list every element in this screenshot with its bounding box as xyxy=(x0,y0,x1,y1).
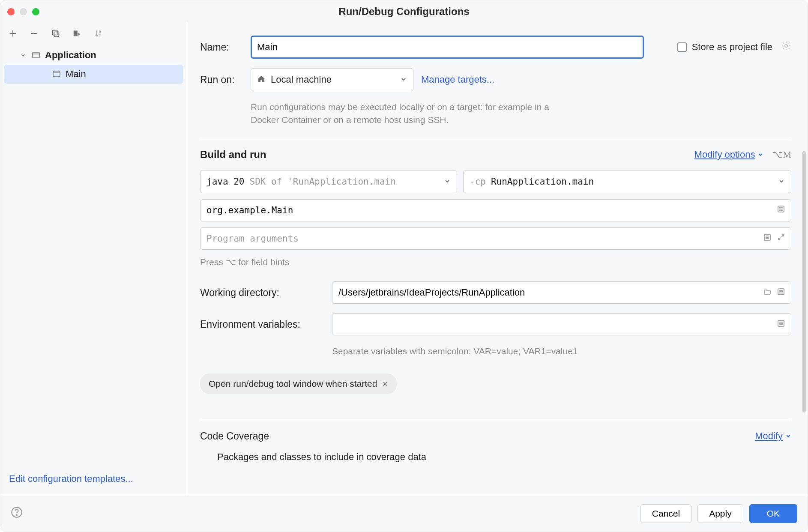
env-vars-label: Environment variables: xyxy=(200,319,324,330)
tree-node-main[interactable]: Main xyxy=(4,65,183,84)
tree-label-application: Application xyxy=(45,50,96,61)
svg-rect-4 xyxy=(53,30,57,35)
jdk-desc: SDK of 'RunApplication.main xyxy=(250,176,396,187)
run-on-label: Run on: xyxy=(200,74,243,86)
minimize-window-button[interactable] xyxy=(20,8,27,15)
window-controls xyxy=(7,8,39,15)
modify-options-label: Modify options xyxy=(694,149,755,160)
main-class-field[interactable] xyxy=(200,199,791,221)
program-args-input[interactable] xyxy=(206,233,760,244)
config-tree: Application Main xyxy=(0,42,187,466)
scrollbar[interactable] xyxy=(802,151,806,412)
tree-node-application[interactable]: Application xyxy=(4,46,183,65)
run-debug-config-window: Run/Debug Configurations az xyxy=(0,0,808,532)
build-run-title: Build and run xyxy=(200,149,266,161)
env-vars-field[interactable] xyxy=(332,313,791,335)
separator xyxy=(200,420,791,420)
list-icon[interactable] xyxy=(777,288,785,298)
chevron-down-icon xyxy=(757,149,763,160)
open-tool-window-chip[interactable]: Open run/debug tool window when started xyxy=(200,374,397,394)
jdk-value: java 20 xyxy=(206,176,245,187)
classpath-select[interactable]: -cp RunApplication.main xyxy=(463,170,791,193)
run-on-hint: Run configurations may be executed local… xyxy=(251,101,551,127)
chevron-down-icon xyxy=(400,75,407,85)
sort-alpha-button[interactable]: az xyxy=(93,28,104,39)
store-as-project-checkbox[interactable] xyxy=(677,42,687,52)
manage-targets-link[interactable]: Manage targets... xyxy=(421,74,494,85)
working-dir-label: Working directory: xyxy=(200,287,324,299)
name-input-field[interactable] xyxy=(257,42,637,53)
tree-label-main: Main xyxy=(66,69,86,80)
folder-icon[interactable] xyxy=(763,288,771,298)
run-on-value: Local machine xyxy=(271,74,332,85)
coverage-desc: Packages and classes to include in cover… xyxy=(217,451,791,470)
name-input[interactable] xyxy=(251,36,644,59)
config-form: Name: Store as project file Run on: xyxy=(187,23,808,495)
modify-options-link[interactable]: Modify options xyxy=(694,149,764,160)
jdk-select[interactable]: java 20 SDK of 'RunApplication.main xyxy=(200,170,457,193)
separator xyxy=(200,138,791,138)
store-as-project-label: Store as project file xyxy=(692,42,772,53)
cancel-button[interactable]: Cancel xyxy=(640,504,691,523)
svg-text:z: z xyxy=(99,33,101,37)
add-config-button[interactable] xyxy=(7,28,18,39)
application-icon xyxy=(52,69,61,79)
close-icon[interactable] xyxy=(382,379,388,389)
svg-point-33 xyxy=(16,514,17,515)
edit-templates-link[interactable]: Edit configuration templates... xyxy=(9,473,133,484)
list-icon[interactable] xyxy=(777,320,785,329)
svg-rect-9 xyxy=(53,71,60,77)
config-sidebar: az Application Main xyxy=(0,23,187,495)
chevron-down-icon xyxy=(778,176,785,187)
remove-config-button[interactable] xyxy=(29,28,40,39)
svg-point-11 xyxy=(785,45,787,47)
svg-text:a: a xyxy=(99,30,101,33)
home-icon xyxy=(257,75,266,85)
chip-label: Open run/debug tool window when started xyxy=(209,379,377,389)
env-hint: Separate variables with semicolon: VAR=v… xyxy=(332,345,791,358)
coverage-title: Code Coverage xyxy=(200,430,269,442)
modify-options-shortcut: ⌥M xyxy=(772,149,791,160)
working-dir-field[interactable] xyxy=(332,281,791,304)
chevron-down-icon xyxy=(19,51,27,59)
main-class-input[interactable] xyxy=(206,205,774,215)
maximize-window-button[interactable] xyxy=(32,8,39,15)
expand-icon[interactable] xyxy=(777,233,785,243)
apply-button[interactable]: Apply xyxy=(697,504,743,523)
cp-flag: -cp xyxy=(470,176,486,187)
coverage-modify-link[interactable]: Modify xyxy=(755,430,791,442)
run-on-select[interactable]: Local machine xyxy=(251,68,413,91)
copy-config-button[interactable] xyxy=(50,28,61,39)
program-args-field[interactable] xyxy=(200,227,791,250)
coverage-modify-label: Modify xyxy=(755,430,783,442)
window-title: Run/Debug Configurations xyxy=(338,6,469,18)
svg-rect-3 xyxy=(54,32,59,36)
cp-value: RunApplication.main xyxy=(491,176,594,187)
env-vars-input[interactable] xyxy=(338,319,774,330)
dialog-footer: Cancel Apply OK xyxy=(0,495,808,532)
close-window-button[interactable] xyxy=(7,8,15,15)
svg-rect-7 xyxy=(33,52,39,58)
list-icon[interactable] xyxy=(777,205,785,215)
name-label: Name: xyxy=(200,42,243,53)
working-dir-input[interactable] xyxy=(338,287,760,298)
sidebar-toolbar: az xyxy=(0,23,187,42)
save-template-button[interactable] xyxy=(72,28,83,39)
ok-button[interactable]: OK xyxy=(749,504,797,523)
chevron-down-icon xyxy=(444,176,451,187)
application-icon xyxy=(31,51,41,60)
titlebar: Run/Debug Configurations xyxy=(0,0,808,23)
field-hints-text: Press ⌥ for field hints xyxy=(200,256,791,269)
list-icon[interactable] xyxy=(763,233,771,243)
help-button[interactable] xyxy=(11,506,23,520)
gear-icon[interactable] xyxy=(781,41,791,54)
chevron-down-icon xyxy=(785,430,791,442)
